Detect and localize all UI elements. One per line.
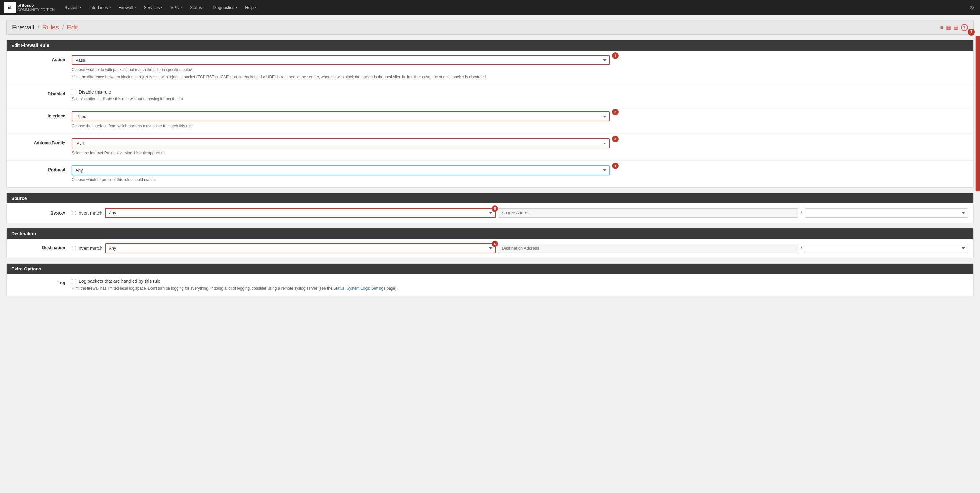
- extra-options-panel-header: Extra Options: [7, 264, 973, 274]
- source-mask-select[interactable]: 8 16 24 32: [805, 208, 968, 218]
- source-address-input[interactable]: [498, 208, 798, 218]
- nav-system[interactable]: System ▾: [61, 0, 84, 15]
- breadcrumb: Firewall / Rules / Edit ≡ ▦ ▤ ?: [6, 20, 974, 35]
- brand-text: pfSense COMMUNITY EDITION: [18, 3, 55, 12]
- breadcrumb-rules-link[interactable]: Rules: [43, 24, 59, 31]
- destination-mask-select[interactable]: 8 16 24 32: [805, 244, 968, 253]
- disabled-checkbox[interactable]: [72, 90, 76, 94]
- content-wrapper: Firewall / Rules / Edit ≡ ▦ ▤ ? Edit Fir…: [0, 15, 980, 493]
- destination-panel-body: Destination Invert match Any Single host…: [7, 239, 973, 258]
- destination-content: Invert match Any Single host or alias Ne…: [72, 243, 973, 253]
- badge-7: 7: [968, 29, 975, 36]
- destination-row: Destination Invert match Any Single host…: [7, 239, 973, 258]
- destination-type-select[interactable]: Any Single host or alias Network WAN sub…: [105, 243, 495, 253]
- source-row: Source Invert match Any Single host or a…: [7, 203, 973, 222]
- scrollbar[interactable]: [975, 36, 980, 191]
- destination-invert-checkbox[interactable]: [72, 246, 76, 250]
- protocol-row: Protocol Any TCP UDP TCP/UDP ICMP 4 Choo…: [7, 161, 973, 187]
- log-checkbox[interactable]: [72, 279, 76, 284]
- source-invert-checkbox[interactable]: [72, 211, 76, 215]
- source-type-select-wrap: Any Single host or alias Network WAN sub…: [105, 208, 495, 218]
- breadcrumb-edit-link[interactable]: Edit: [67, 24, 78, 31]
- source-panel-body: Source Invert match Any Single host or a…: [7, 203, 973, 222]
- nav-vpn[interactable]: VPN ▾: [167, 0, 185, 15]
- breadcrumb-title: Firewall / Rules / Edit: [12, 24, 78, 31]
- disabled-checkbox-label: Disable this rule: [79, 89, 111, 95]
- source-slash: /: [801, 211, 802, 216]
- badge-5: 5: [492, 205, 498, 212]
- nav-services[interactable]: Services ▾: [141, 0, 166, 15]
- nav-firewall[interactable]: Firewall ▾: [115, 0, 139, 15]
- edit-rule-panel-header: Edit Firewall Rule: [7, 40, 973, 51]
- log-content: Log packets that are handled by this rul…: [72, 279, 973, 291]
- interface-hint: Choose the interface from which packets …: [72, 123, 968, 129]
- protocol-select[interactable]: Any TCP UDP TCP/UDP ICMP: [72, 165, 609, 175]
- interface-row: Interface IPsec WAN LAN 2 Choose the int…: [7, 107, 973, 134]
- destination-address-input[interactable]: [498, 244, 798, 253]
- log-hint: Hint: the firewall has limited local log…: [72, 285, 968, 291]
- destination-invert-wrap: Invert match: [72, 246, 102, 251]
- action-row: Action Pass Block Reject 1 Choose what t…: [7, 51, 973, 85]
- chevron-down-icon: ▾: [235, 6, 237, 9]
- disabled-checkbox-wrap: Disable this rule: [72, 89, 968, 95]
- breadcrumb-icons: ≡ ▦ ▤ ?: [940, 24, 968, 31]
- nav-diagnostics[interactable]: Diagnostics ▾: [209, 0, 240, 15]
- action-content: Pass Block Reject 1 Choose what to do wi…: [72, 55, 973, 80]
- log-checkbox-wrap: Log packets that are handled by this rul…: [72, 279, 968, 284]
- destination-invert-label: Invert match: [78, 246, 102, 251]
- logo-text: pf: [8, 5, 11, 10]
- extra-options-panel-body: Log Log packets that are handled by this…: [7, 274, 973, 296]
- badge-4: 4: [612, 163, 619, 169]
- chevron-down-icon: ▾: [161, 6, 163, 9]
- action-hint2: Hint: the difference between block and r…: [72, 74, 968, 80]
- source-invert-label: Invert match: [78, 211, 102, 216]
- source-label: Source: [7, 208, 72, 215]
- badge-1: 1: [612, 52, 619, 59]
- scrollbar-thumb[interactable]: [976, 36, 980, 192]
- action-hint1: Choose what to do with packets that matc…: [72, 67, 968, 73]
- protocol-label: Protocol: [7, 165, 72, 172]
- log-checkbox-label: Log packets that are handled by this rul…: [79, 279, 161, 284]
- brand-logo[interactable]: pf pfSense COMMUNITY EDITION: [4, 2, 55, 13]
- edit-rule-panel: Edit Firewall Rule Action Pass Block Rej…: [6, 40, 974, 187]
- source-invert-wrap: Invert match: [72, 211, 102, 216]
- table-icon[interactable]: ▤: [953, 24, 958, 30]
- nav-interfaces[interactable]: Interfaces ▾: [86, 0, 114, 15]
- pfsense-logo-box: pf: [4, 2, 16, 13]
- source-panel: Source Source Invert match Any: [6, 193, 974, 223]
- interface-label: Interface: [7, 111, 72, 118]
- badge-6: 6: [492, 241, 498, 247]
- log-hint-link[interactable]: Status: System Logs: Settings: [334, 286, 385, 290]
- nav-help[interactable]: Help ▾: [242, 0, 260, 15]
- interface-select[interactable]: IPsec WAN LAN: [72, 111, 609, 122]
- help-circle-icon[interactable]: ?: [961, 24, 968, 31]
- nav-status[interactable]: Status ▾: [187, 0, 208, 15]
- chevron-down-icon: ▾: [109, 6, 111, 9]
- address-family-hint: Select the Internet Protocol version thi…: [72, 150, 968, 156]
- destination-panel: Destination Destination Invert match: [6, 228, 974, 258]
- chevron-down-icon: ▾: [135, 6, 136, 9]
- disabled-content: Disable this rule Set this option to dis…: [72, 89, 973, 102]
- source-panel-header: Source: [7, 193, 973, 203]
- breadcrumb-firewall: Firewall: [12, 24, 34, 31]
- badge-3: 3: [612, 136, 619, 142]
- filter-icon[interactable]: ≡: [940, 25, 943, 30]
- badge-2: 2: [612, 109, 619, 115]
- destination-type-select-wrap: Any Single host or alias Network WAN sub…: [105, 243, 495, 253]
- logout-icon[interactable]: ⎋: [967, 4, 976, 11]
- address-family-label: Address Family: [7, 138, 72, 145]
- action-select[interactable]: Pass Block Reject: [72, 55, 609, 65]
- chart-icon[interactable]: ▦: [946, 24, 951, 30]
- protocol-hint: Choose which IP protocol this rule shoul…: [72, 177, 968, 183]
- address-family-select[interactable]: IPv4 IPv6 IPv4+IPv6: [72, 138, 609, 148]
- chevron-down-icon: ▾: [203, 6, 205, 9]
- source-controls: Invert match Any Single host or alias Ne…: [72, 208, 968, 218]
- chevron-down-icon: ▾: [255, 6, 257, 9]
- address-family-content: IPv4 IPv6 IPv4+IPv6 3 Select the Interne…: [72, 138, 973, 156]
- disabled-hint: Set this option to disable this rule wit…: [72, 96, 968, 102]
- log-label: Log: [7, 279, 72, 285]
- source-type-select[interactable]: Any Single host or alias Network WAN sub…: [105, 208, 495, 218]
- destination-controls: Invert match Any Single host or alias Ne…: [72, 243, 968, 253]
- extra-options-panel: Extra Options Log Log packets that are h…: [6, 263, 974, 296]
- destination-slash: /: [801, 246, 802, 251]
